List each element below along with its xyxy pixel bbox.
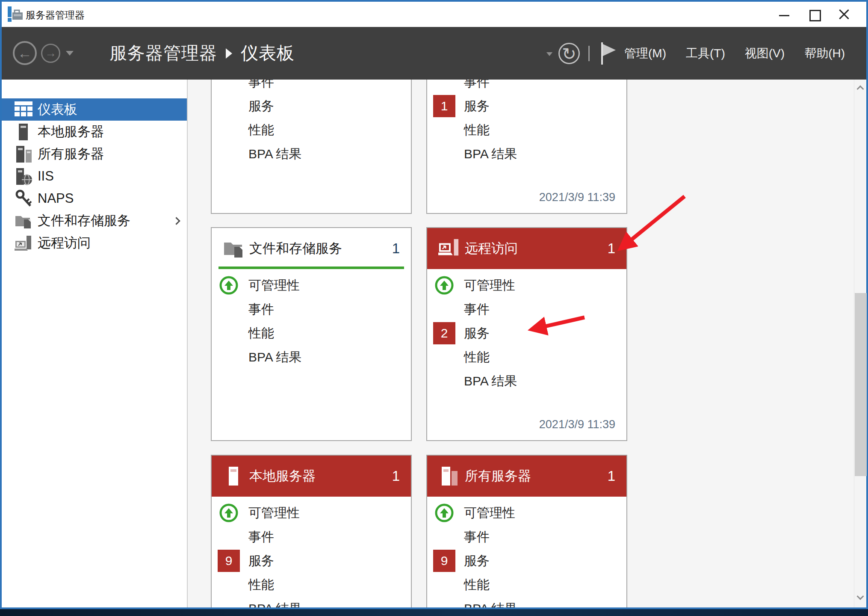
- tile-row[interactable]: 事件: [218, 80, 411, 94]
- alert-count-badge[interactable]: 2: [433, 322, 455, 344]
- role-tile-local-server: 本地服务器 1 可管理性 事件 9服务 性能 BPA 结果: [211, 455, 412, 607]
- tile-row[interactable]: 2服务: [433, 321, 626, 345]
- sidebar-item-file-storage[interactable]: 文件和存储服务: [2, 210, 187, 232]
- sidebar-item-all-servers[interactable]: 所有服务器: [2, 143, 187, 165]
- dashboard-content: 事件 服务 性能 BPA 结果 事件 1服务 性能 BPA 结果 2021/3/…: [188, 80, 854, 607]
- tile-row[interactable]: BPA 结果: [218, 345, 411, 369]
- menu-manage[interactable]: 管理(M): [624, 45, 666, 62]
- tile-header[interactable]: 远程访问 1: [427, 228, 626, 269]
- tile-row[interactable]: BPA 结果: [433, 142, 626, 166]
- role-tile-all-servers: 所有服务器 1 可管理性 事件 9服务 性能 BPA 结果: [426, 455, 627, 607]
- sidebar: 仪表板 本地服务器: [2, 80, 187, 607]
- tile-title: 远程访问: [465, 240, 518, 258]
- green-up-arrow-icon: [433, 274, 455, 296]
- tile-row[interactable]: 1服务: [433, 94, 626, 118]
- all-servers-icon: [15, 145, 33, 163]
- notifications-dropdown-icon[interactable]: [546, 52, 552, 56]
- remote-access-icon: [15, 234, 33, 252]
- menu-view[interactable]: 视图(V): [745, 45, 785, 62]
- vertical-scrollbar[interactable]: [854, 80, 866, 607]
- sidebar-item-naps[interactable]: NAPS: [2, 187, 187, 210]
- alert-count-badge[interactable]: 1: [433, 95, 455, 117]
- breadcrumb-root[interactable]: 服务器管理器: [109, 41, 217, 65]
- tile-server-count: 1: [608, 240, 615, 257]
- role-tile-partial-right: 事件 1服务 性能 BPA 结果 2021/3/9 11:39: [426, 80, 627, 214]
- breadcrumb-separator-icon: [226, 48, 232, 59]
- tile-timestamp: 2021/3/9 11:39: [539, 418, 615, 431]
- tile-row[interactable]: 事件: [433, 525, 626, 549]
- back-button[interactable]: ←: [13, 41, 37, 65]
- tile-row[interactable]: 可管理性: [218, 501, 411, 525]
- tile-row[interactable]: 可管理性: [218, 273, 411, 297]
- green-up-arrow-icon: [433, 502, 455, 524]
- menu-help[interactable]: 帮助(H): [804, 45, 845, 62]
- tile-row[interactable]: 可管理性: [433, 501, 626, 525]
- tile-title: 本地服务器: [249, 467, 316, 485]
- tile-title: 所有服务器: [465, 467, 531, 485]
- notification-flag-icon[interactable]: [599, 41, 618, 67]
- alert-count-badge[interactable]: 9: [218, 550, 240, 572]
- sidebar-item-label: 所有服务器: [38, 145, 104, 163]
- local-server-icon: [15, 123, 33, 141]
- history-dropdown-icon[interactable]: [66, 51, 74, 56]
- tile-row[interactable]: 性能: [218, 321, 411, 345]
- sidebar-item-dashboard[interactable]: 仪表板: [2, 98, 187, 121]
- tile-server-count: 1: [608, 468, 615, 484]
- dashboard-icon: [15, 101, 33, 118]
- tile-row[interactable]: 事件: [218, 525, 411, 549]
- alert-count-badge[interactable]: 9: [433, 550, 455, 572]
- forward-button[interactable]: →: [41, 44, 60, 63]
- server-manager-window: 服务器管理器 ← → 服务器管理器 仪表板 ↻ 管理(M) 工具(T) 视图: [0, 0, 868, 609]
- tile-row[interactable]: BPA 结果: [433, 369, 626, 393]
- tile-header[interactable]: 所有服务器 1: [427, 456, 626, 497]
- tile-row[interactable]: BPA 结果: [218, 597, 411, 607]
- sidebar-item-remote-access[interactable]: 远程访问: [2, 232, 187, 254]
- file-storage-icon: [15, 212, 33, 230]
- scroll-down-icon[interactable]: [854, 590, 867, 607]
- tile-row[interactable]: 9服务: [218, 549, 411, 573]
- tile-header[interactable]: 本地服务器 1: [212, 456, 411, 497]
- tile-row[interactable]: 性能: [433, 573, 626, 597]
- local-server-icon: [223, 466, 244, 486]
- green-up-arrow-icon: [218, 274, 240, 296]
- menu-bar: 管理(M) 工具(T) 视图(V) 帮助(H): [624, 27, 845, 80]
- close-button[interactable]: [829, 2, 859, 27]
- maximize-button[interactable]: [799, 2, 829, 27]
- menu-tools[interactable]: 工具(T): [686, 45, 725, 62]
- scroll-up-icon[interactable]: [854, 80, 867, 97]
- tile-row[interactable]: 可管理性: [433, 273, 626, 297]
- tile-header[interactable]: 文件和存储服务 1: [212, 228, 411, 269]
- sidebar-item-label: 本地服务器: [38, 123, 104, 141]
- key-icon: [15, 190, 33, 207]
- tile-row[interactable]: 性能: [433, 345, 626, 369]
- window-controls: [769, 2, 859, 27]
- tile-row[interactable]: 事件: [433, 80, 626, 94]
- breadcrumb: 服务器管理器 仪表板: [109, 27, 295, 80]
- minimize-button[interactable]: [769, 2, 799, 27]
- tile-row[interactable]: 性能: [218, 118, 411, 142]
- sidebar-item-label: IIS: [38, 169, 54, 184]
- main-area: 仪表板 本地服务器: [2, 80, 866, 607]
- tile-row[interactable]: 9服务: [433, 549, 626, 573]
- tile-row[interactable]: BPA 结果: [433, 597, 626, 607]
- tile-row[interactable]: BPA 结果: [218, 142, 411, 166]
- tile-row[interactable]: 服务: [218, 94, 411, 118]
- tile-row[interactable]: 事件: [218, 297, 411, 321]
- remote-access-icon: [438, 239, 460, 258]
- sidebar-item-label: NAPS: [38, 191, 74, 206]
- tile-server-count: 1: [392, 468, 400, 484]
- role-tile-file-storage: 文件和存储服务 1 可管理性 事件 性能 BPA 结果: [211, 227, 412, 441]
- tile-row[interactable]: 性能: [433, 118, 626, 142]
- scrollbar-thumb[interactable]: [855, 293, 867, 476]
- sidebar-item-local-server[interactable]: 本地服务器: [2, 121, 187, 143]
- role-tile-remote-access: 远程访问 1 可管理性 事件 2服务 性能 BPA 结果 2021/3/9 11: [426, 227, 627, 441]
- tile-row[interactable]: 事件: [433, 297, 626, 321]
- tile-row[interactable]: 性能: [218, 573, 411, 597]
- window-title: 服务器管理器: [26, 9, 85, 22]
- refresh-icon[interactable]: ↻: [558, 43, 580, 64]
- sidebar-item-label: 仪表板: [38, 101, 77, 118]
- expand-chevron-icon[interactable]: [172, 217, 180, 225]
- tile-title: 文件和存储服务: [249, 240, 342, 258]
- sidebar-item-iis[interactable]: IIS: [2, 165, 187, 187]
- healthy-status-rule: [218, 267, 404, 269]
